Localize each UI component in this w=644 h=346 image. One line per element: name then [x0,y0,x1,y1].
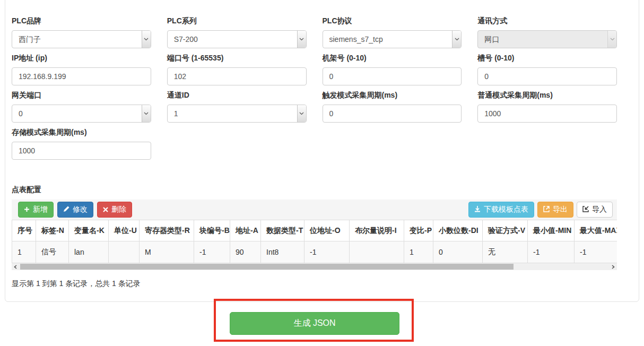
chevron-down-icon [142,105,151,122]
import-icon [582,205,589,214]
comm-mode-value: 网口 [478,31,607,48]
slot-number-label: 槽号 (0-10) [477,53,617,63]
horizontal-scrollbar[interactable] [12,263,617,270]
col-index: 序号 [12,220,36,241]
slot-number-input[interactable] [477,67,617,85]
gateway-port-select[interactable]: 0 [12,105,151,123]
cell-datatype: Int8 [261,241,304,263]
col-verify-v: 验证方式-V [483,220,528,241]
import-button[interactable]: 导入 [577,202,613,218]
gateway-port-value: 0 [12,105,142,122]
cell-label: 信号 [36,241,69,263]
plc-brand-value: 西门子 [12,31,142,48]
port-label: 端口号 (1-65535) [167,53,307,63]
col-datatype-t: 数据类型-T [261,220,304,241]
cell-register-type: M [140,241,194,263]
cell-min: -1 [528,241,575,263]
trigger-cycle-label: 触发模式采集周期(ms) [323,90,462,100]
gateway-port-label: 网关端口 [12,90,151,100]
col-label-n: 标签-N [36,220,69,241]
cell-block: -1 [194,241,230,263]
plus-icon [24,205,30,214]
normal-cycle-input[interactable] [477,105,617,123]
plc-protocol-select[interactable]: siemens_s7_tcp [323,30,462,48]
plc-series-value: S7-200 [168,31,297,48]
plc-series-select[interactable]: S7-200 [167,30,307,48]
rack-number-input[interactable] [323,67,462,85]
col-decimals-di: 小数位数-DI [433,220,483,241]
field-channel-id: 通道ID 1 [167,90,307,123]
cell-index: 1 [12,241,36,263]
field-ip-address: IP地址 (ip) [12,53,151,85]
cell-bool-desc [350,241,404,263]
config-panel: PLC品牌 西门子 PLC系列 S7-200 PLC协议 siemens_s7_… [5,0,639,302]
edit-button-label: 修改 [73,205,88,214]
channel-id-value: 1 [168,105,297,122]
cell-unit [109,241,140,263]
col-unit-u: 单位-U [109,220,140,241]
ip-address-label: IP地址 (ip) [12,53,151,63]
download-icon [474,205,481,214]
records-summary: 显示第 1 到第 1 条记录，总共 1 条记录 [12,278,617,289]
storage-cycle-input[interactable] [12,142,151,160]
point-table: 序号 标签-N 变量名-K 单位-U 寄存器类型-R 块编号-B 地址-A 数据… [12,220,617,263]
export-icon [543,205,550,214]
field-trigger-cycle: 触发模式采集周期(ms) [323,90,462,123]
field-plc-protocol: PLC协议 siemens_s7_tcp [323,15,462,48]
col-ratio-p: 变比-P [404,220,433,241]
table-row[interactable]: 1 信号 lan M -1 90 Int8 -1 1 0 无 -1 [12,241,617,263]
cell-max: -1 [575,241,617,263]
normal-cycle-label: 普通模式采集周期(ms) [477,90,617,100]
plc-brand-label: PLC品牌 [12,15,151,26]
field-plc-series: PLC系列 S7-200 [167,15,307,48]
col-bitaddr-o: 位地址-O [304,220,350,241]
col-address-a: 地址-A [230,220,261,241]
delete-button-label: 删除 [111,205,126,214]
table-header-row: 序号 标签-N 变量名-K 单位-U 寄存器类型-R 块编号-B 地址-A 数据… [12,220,617,241]
cell-varname: lan [69,241,109,263]
chevron-down-icon [607,31,616,48]
chevron-left-icon[interactable] [12,263,19,270]
export-button[interactable]: 导出 [537,202,573,218]
download-template-button[interactable]: 下载模板点表 [468,202,534,218]
download-template-label: 下载模板点表 [484,205,528,214]
plc-brand-select[interactable]: 西门子 [12,30,151,48]
field-plc-brand: PLC品牌 西门子 [12,15,151,48]
field-normal-cycle: 普通模式采集周期(ms) [477,90,617,123]
field-slot-number: 槽号 (0-10) [477,53,617,85]
field-rack-number: 机架号 (0-10) [323,53,462,85]
edit-button[interactable]: 修改 [57,202,93,218]
export-button-label: 导出 [553,205,568,214]
add-button[interactable]: 新增 [18,202,54,218]
plc-series-label: PLC系列 [167,15,307,26]
col-register-type-r: 寄存器类型-R [140,220,194,241]
cell-bitaddr: -1 [304,241,350,263]
comm-mode-label: 通讯方式 [477,15,617,26]
pencil-icon [63,205,69,214]
point-table-title: 点表配置 [12,184,617,195]
field-port: 端口号 (1-65535) [167,53,307,85]
field-gateway-port: 网关端口 0 [12,90,151,123]
col-block-b: 块编号-B [194,220,230,241]
ip-address-input[interactable] [12,67,151,85]
field-storage-cycle: 存储模式采集周期(ms) [12,127,151,160]
x-icon [103,205,108,214]
col-varname-k: 变量名-K [69,220,109,241]
chevron-down-icon [452,31,461,48]
port-input[interactable] [167,67,307,85]
field-comm-mode: 通讯方式 网口 [477,15,617,48]
comm-mode-select: 网口 [477,30,617,48]
chevron-right-icon[interactable] [610,263,617,270]
cell-verify: 无 [483,241,528,263]
scrollbar-thumb[interactable] [20,264,514,270]
col-min: 最小值-MIN [528,220,575,241]
cell-decimals: 0 [433,241,483,263]
channel-id-select[interactable]: 1 [167,105,307,123]
chevron-down-icon [142,31,151,48]
delete-button[interactable]: 删除 [97,202,132,218]
chevron-down-icon [297,105,306,122]
cell-address: 90 [230,241,261,263]
generate-json-button[interactable]: 生成 JSON [230,312,399,335]
scrollbar-track[interactable] [19,263,610,270]
trigger-cycle-input[interactable] [323,105,462,123]
